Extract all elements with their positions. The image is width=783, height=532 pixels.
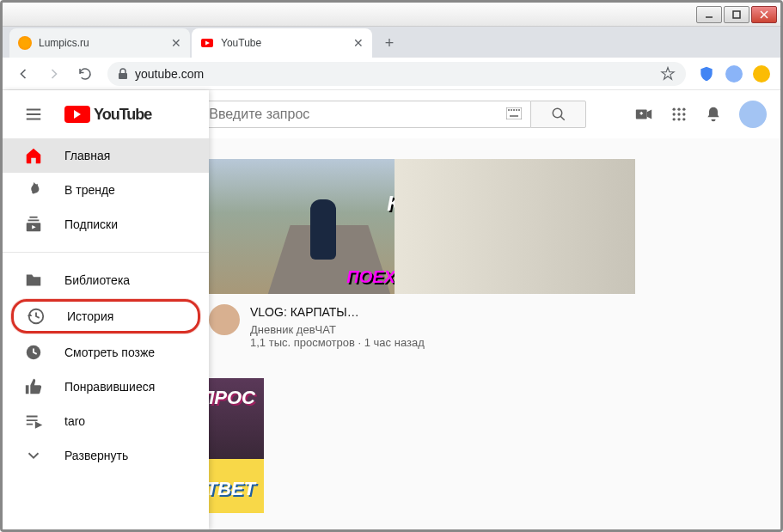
- svg-rect-8: [508, 109, 510, 111]
- fire-icon: [23, 180, 44, 200]
- sidebar-item-label: Подписки: [64, 217, 118, 231]
- youtube-logo-text: YouTube: [94, 106, 151, 124]
- window-close-button[interactable]: [751, 6, 777, 23]
- svg-line-15: [560, 116, 565, 120]
- home-icon: [23, 145, 44, 166]
- clock-icon: [23, 342, 44, 363]
- folder-icon: [23, 270, 44, 290]
- tab-title: YouTube: [221, 37, 346, 49]
- sidebar-item-label: Главная: [64, 149, 110, 162]
- create-video-icon[interactable]: [634, 105, 653, 124]
- back-button[interactable]: [9, 60, 37, 88]
- sidebar-drawer: YouTube Главная В тренде Подписки Библио…: [3, 90, 209, 529]
- sidebar-item-label: В тренде: [64, 183, 115, 197]
- svg-point-21: [677, 108, 680, 111]
- tab-close-icon[interactable]: ✕: [353, 36, 364, 50]
- svg-rect-6: [119, 73, 127, 79]
- svg-point-20: [673, 108, 676, 111]
- svg-rect-10: [513, 109, 515, 111]
- tab-title: Lumpics.ru: [39, 37, 164, 49]
- sidebar-item-label: Понравившиеся: [64, 380, 155, 394]
- sidebar-item-label: taro: [64, 414, 85, 428]
- sidebar-item-label: История: [67, 309, 113, 323]
- profile-avatar-light[interactable]: [722, 62, 746, 86]
- tab-close-icon[interactable]: ✕: [171, 36, 181, 50]
- playlist-icon: [23, 411, 44, 431]
- window-minimize-button[interactable]: [696, 6, 722, 23]
- sidebar-item-label: Развернуть: [64, 449, 128, 462]
- svg-point-25: [682, 113, 685, 115]
- thumb-overlay-text: ТВЕТ: [206, 478, 255, 500]
- sidebar-divider: [3, 252, 209, 253]
- sidebar-item-label: Смотреть позже: [64, 345, 155, 359]
- tab-youtube[interactable]: YouTube ✕: [192, 28, 372, 58]
- svg-rect-9: [511, 109, 512, 111]
- sidebar-item-label: Библиотека: [64, 273, 130, 287]
- forward-button[interactable]: [40, 60, 68, 88]
- sidebar-item-subscriptions[interactable]: Подписки: [3, 207, 209, 242]
- youtube-logo[interactable]: YouTube: [64, 106, 151, 124]
- sidebar-item-trending[interactable]: В тренде: [3, 173, 209, 207]
- subscriptions-icon: [23, 214, 44, 235]
- new-tab-button[interactable]: +: [377, 31, 401, 55]
- svg-point-24: [677, 113, 680, 115]
- search-input[interactable]: [199, 101, 530, 128]
- address-bar: youtube.com: [3, 58, 780, 90]
- svg-point-26: [673, 118, 676, 120]
- svg-rect-19: [641, 112, 642, 115]
- channel-avatar[interactable]: [209, 304, 240, 335]
- sidebar-header: YouTube: [3, 90, 209, 138]
- window-titlebar: [3, 3, 780, 27]
- youtube-logo-icon: [64, 106, 90, 123]
- user-avatar[interactable]: [739, 101, 767, 128]
- reload-button[interactable]: [71, 60, 99, 88]
- sidebar-item-liked[interactable]: Понравившиеся: [3, 370, 209, 404]
- svg-point-14: [553, 108, 562, 118]
- svg-rect-13: [510, 115, 518, 117]
- browser-window: Lumpics.ru ✕ YouTube ✕ + youtube.com: [0, 0, 783, 532]
- page-content: YouTube 1: [3, 90, 780, 529]
- star-icon[interactable]: [660, 66, 676, 82]
- svg-marker-17: [647, 110, 652, 119]
- favicon-lumpics: [18, 36, 32, 50]
- svg-point-28: [682, 118, 685, 120]
- thumbs-up-icon: [23, 376, 44, 397]
- svg-rect-1: [733, 11, 740, 18]
- search-container: [199, 101, 586, 128]
- extension-shield-icon[interactable]: [694, 62, 719, 86]
- sidebar-item-playlist-taro[interactable]: taro: [3, 404, 209, 438]
- favicon-youtube: [200, 36, 214, 50]
- chevron-down-icon: [23, 445, 44, 466]
- svg-point-22: [682, 108, 685, 111]
- svg-rect-33: [29, 217, 37, 218]
- window-maximize-button[interactable]: [724, 6, 749, 23]
- hamburger-icon[interactable]: [16, 97, 51, 131]
- sidebar-item-show-more[interactable]: Развернуть: [3, 438, 209, 473]
- video-card[interactable]: [395, 159, 635, 364]
- tab-lumpics[interactable]: Lumpics.ru ✕: [9, 28, 190, 58]
- omnibox[interactable]: youtube.com: [107, 62, 686, 86]
- sidebar-item-history[interactable]: История: [11, 299, 200, 333]
- sidebar-item-home[interactable]: Главная: [3, 138, 209, 173]
- search-button[interactable]: [530, 101, 586, 128]
- youtube-header-actions: [634, 101, 767, 128]
- tab-strip: Lumpics.ru ✕ YouTube ✕ +: [3, 27, 780, 58]
- svg-rect-12: [518, 109, 520, 111]
- sidebar-item-library[interactable]: Библиотека: [3, 263, 209, 297]
- lock-icon: [118, 68, 128, 80]
- svg-point-23: [673, 113, 676, 115]
- history-icon: [26, 306, 46, 327]
- menu-button[interactable]: [749, 62, 774, 86]
- video-thumbnail[interactable]: [395, 159, 635, 294]
- keyboard-icon[interactable]: [506, 107, 522, 119]
- svg-rect-32: [28, 220, 40, 222]
- svg-point-27: [677, 118, 680, 120]
- url-text: youtube.com: [135, 67, 204, 81]
- apps-grid-icon[interactable]: [670, 106, 688, 123]
- notifications-bell-icon[interactable]: [705, 105, 722, 124]
- svg-rect-11: [516, 109, 517, 111]
- sidebar-item-watch-later[interactable]: Смотреть позже: [3, 335, 209, 370]
